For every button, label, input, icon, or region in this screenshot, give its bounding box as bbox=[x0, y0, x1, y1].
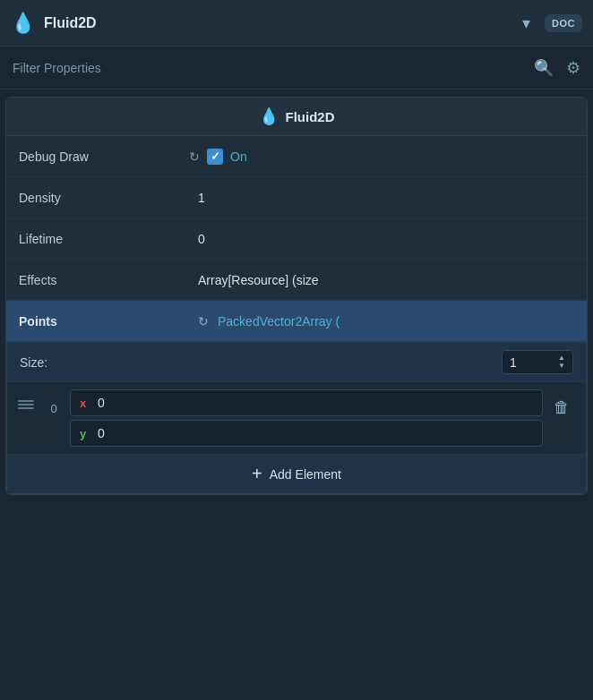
handle-line bbox=[18, 400, 34, 402]
x-coord-field[interactable]: x 0 bbox=[70, 389, 543, 416]
spinner-up-icon[interactable]: ▲ bbox=[558, 354, 565, 362]
debug-draw-on-label: On bbox=[230, 149, 247, 164]
prop-row-effects: Effects Array[Resource] (size bbox=[6, 260, 587, 301]
effects-value[interactable]: Array[Resource] (size bbox=[198, 273, 574, 287]
lifetime-value[interactable]: 0 bbox=[198, 232, 574, 246]
doc-button[interactable]: DOC bbox=[545, 14, 582, 32]
sliders-icon[interactable]: ⚙ bbox=[566, 58, 580, 78]
points-sub-panel: Size: 1 ▲ ▼ 0 x 0 bbox=[6, 342, 587, 494]
points-reset-icon[interactable]: ↻ bbox=[198, 314, 209, 329]
effects-label: Effects bbox=[19, 273, 198, 287]
top-bar: 💧 Fluid2D ▾ DOC bbox=[0, 0, 593, 47]
prop-row-debug-draw: Debug Draw ↻ On bbox=[6, 136, 587, 177]
prop-row-lifetime: Lifetime 0 bbox=[6, 218, 587, 260]
panel-header: 💧 Fluid2D bbox=[6, 98, 587, 136]
table-row: 0 x 0 y 0 🗑 bbox=[7, 382, 586, 455]
panel-header-icon: 💧 bbox=[259, 107, 279, 126]
add-element-label: Add Element bbox=[270, 467, 341, 482]
size-input-wrap[interactable]: 1 ▲ ▼ bbox=[502, 350, 573, 374]
size-spinner[interactable]: ▲ ▼ bbox=[558, 354, 565, 370]
properties-panel: 💧 Fluid2D Debug Draw ↻ On Density 1 Life… bbox=[5, 97, 588, 495]
element-index: 0 bbox=[45, 389, 63, 415]
trash-icon: 🗑 bbox=[554, 398, 570, 417]
panel-header-title: Fluid2D bbox=[286, 109, 335, 124]
lifetime-label: Lifetime bbox=[19, 232, 198, 246]
element-fields: x 0 y 0 bbox=[70, 389, 543, 447]
fluid2d-icon: 💧 bbox=[11, 12, 35, 35]
delete-element-button[interactable]: 🗑 bbox=[550, 389, 573, 426]
debug-draw-reset-icon[interactable]: ↻ bbox=[189, 149, 200, 164]
density-label: Density bbox=[19, 191, 198, 205]
top-bar-title: Fluid2D bbox=[44, 15, 522, 31]
debug-draw-checkbox[interactable] bbox=[207, 149, 223, 165]
add-icon: + bbox=[252, 464, 262, 484]
debug-draw-label: Debug Draw bbox=[19, 149, 198, 164]
debug-draw-value: On bbox=[207, 149, 247, 165]
points-header-row: Points ↻ PackedVector2Array ( bbox=[6, 301, 587, 342]
size-value: 1 bbox=[510, 355, 517, 370]
y-label: y bbox=[80, 427, 90, 440]
points-label: Points bbox=[19, 314, 198, 329]
filter-placeholder: Filter Properties bbox=[13, 61, 534, 75]
x-value: 0 bbox=[98, 396, 105, 410]
x-label: x bbox=[80, 397, 90, 410]
points-value[interactable]: PackedVector2Array ( bbox=[218, 314, 574, 329]
y-coord-field[interactable]: y 0 bbox=[70, 420, 543, 447]
spinner-down-icon[interactable]: ▼ bbox=[558, 363, 565, 370]
drag-handle-icon[interactable] bbox=[14, 389, 38, 420]
density-value[interactable]: 1 bbox=[198, 191, 574, 205]
filter-bar: Filter Properties 🔍 ⚙ bbox=[0, 47, 593, 90]
add-element-button[interactable]: + Add Element bbox=[7, 455, 586, 493]
size-label: Size: bbox=[20, 355, 502, 370]
search-icon[interactable]: 🔍 bbox=[534, 58, 554, 78]
chevron-down-icon[interactable]: ▾ bbox=[522, 13, 530, 33]
handle-line bbox=[18, 407, 34, 409]
prop-row-density: Density 1 bbox=[6, 177, 587, 218]
handle-line bbox=[18, 404, 34, 405]
y-value: 0 bbox=[98, 426, 105, 440]
size-row: Size: 1 ▲ ▼ bbox=[7, 343, 586, 382]
